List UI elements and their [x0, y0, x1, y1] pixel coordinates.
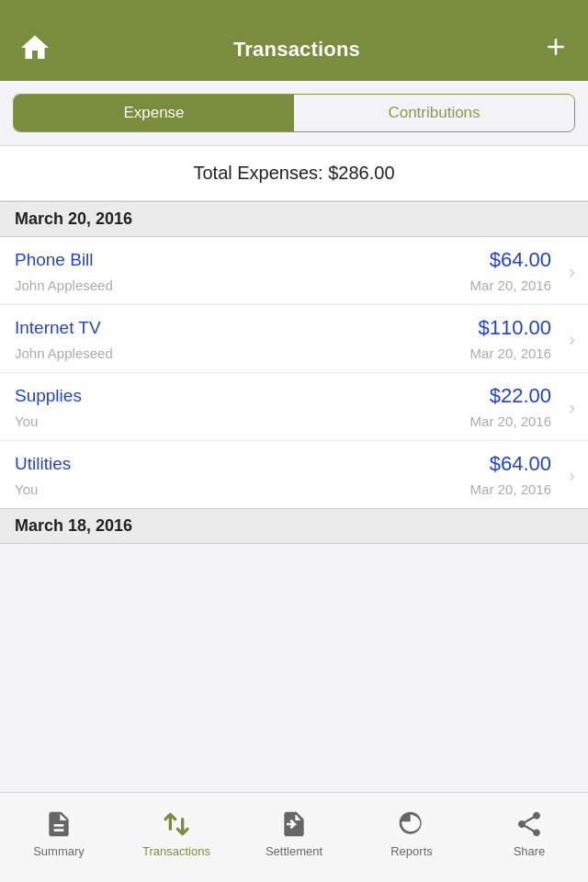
section-header-march18: March 18, 2016 [0, 508, 588, 544]
nav-transactions-label: Transactions [142, 844, 210, 858]
transaction-amount: $110.00 [478, 316, 551, 340]
transaction-date: Mar 20, 2016 [470, 413, 551, 429]
transaction-name: Phone Bill [15, 250, 94, 270]
reports-icon [395, 808, 428, 841]
transaction-person: You [15, 413, 38, 429]
chevron-right-icon: › [569, 260, 575, 281]
transaction-item-utilities[interactable]: Utilities $64.00 You Mar 20, 2016 › [0, 441, 588, 508]
nav-reports-label: Reports [390, 844, 433, 858]
transaction-name: Utilities [15, 454, 71, 474]
transaction-amount: $64.00 [490, 452, 551, 476]
chevron-right-icon: › [569, 328, 575, 349]
bottom-nav: Summary Transactions Settlement Reports [0, 792, 588, 882]
transaction-date: Mar 20, 2016 [470, 345, 551, 361]
nav-share-label: Share [514, 844, 546, 858]
transaction-amount: $22.00 [490, 384, 551, 408]
summary-icon [42, 808, 75, 841]
settlement-icon [277, 808, 311, 841]
transaction-item-internet-tv[interactable]: Internet TV $110.00 John Appleseed Mar 2… [0, 305, 588, 373]
transaction-item-phone-bill[interactable]: Phone Bill $64.00 John Appleseed Mar 20,… [0, 237, 588, 305]
transaction-name: Supplies [15, 386, 82, 406]
total-expenses: Total Expenses: $286.00 [0, 145, 588, 201]
transaction-person: John Appleseed [15, 277, 113, 293]
nav-share[interactable]: Share [470, 808, 588, 858]
header: Transactions [0, 0, 588, 81]
transaction-item-supplies[interactable]: Supplies $22.00 You Mar 20, 2016 › [0, 373, 588, 441]
nav-transactions[interactable]: Transactions [118, 808, 235, 858]
page-title: Transactions [233, 38, 360, 62]
content-area: Expense Contributions Total Expenses: $2… [0, 81, 588, 792]
transaction-date: Mar 20, 2016 [470, 481, 551, 497]
add-button[interactable] [542, 33, 570, 67]
section-header-march20: March 20, 2016 [0, 201, 588, 237]
nav-settlement[interactable]: Settlement [235, 808, 353, 858]
share-icon [513, 808, 546, 841]
nav-settlement-label: Settlement [266, 844, 322, 858]
chevron-right-icon: › [569, 396, 575, 417]
contributions-tab[interactable]: Contributions [294, 95, 574, 131]
home-button[interactable] [18, 31, 51, 68]
nav-reports[interactable]: Reports [353, 808, 470, 858]
transaction-amount: $64.00 [490, 248, 551, 272]
segment-control: Expense Contributions [13, 94, 575, 132]
transaction-list: Phone Bill $64.00 John Appleseed Mar 20,… [0, 237, 588, 508]
transaction-date: Mar 20, 2016 [470, 277, 551, 293]
expense-tab[interactable]: Expense [14, 95, 294, 131]
transaction-person: John Appleseed [15, 345, 113, 361]
transactions-icon [160, 808, 193, 841]
chevron-right-icon: › [569, 464, 575, 485]
nav-summary[interactable]: Summary [0, 808, 118, 858]
transaction-name: Internet TV [15, 318, 101, 338]
transaction-person: You [15, 481, 38, 497]
nav-summary-label: Summary [33, 844, 85, 858]
